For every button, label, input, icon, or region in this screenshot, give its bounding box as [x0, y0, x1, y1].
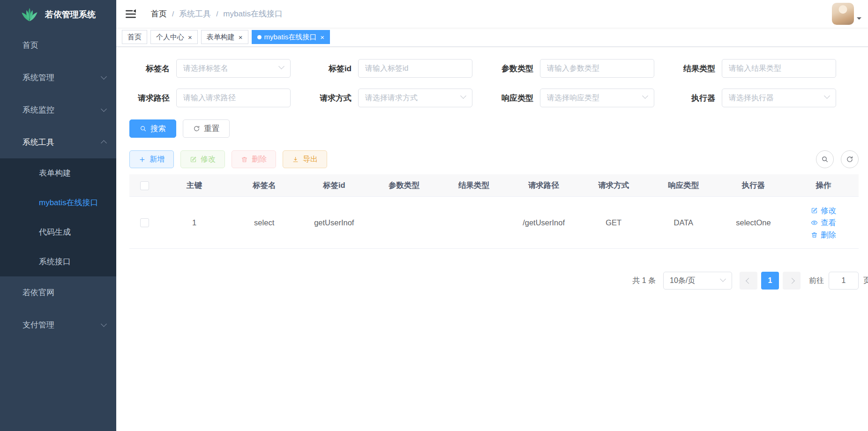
tab[interactable]: mybatis在线接口 ×: [252, 30, 330, 44]
table-header-cell: 标签名: [229, 174, 299, 197]
sidebar-logo[interactable]: 若依管理系统: [0, 0, 116, 29]
field-input[interactable]: [176, 59, 291, 78]
field-label: 请求方式: [311, 93, 352, 104]
breadcrumb-item[interactable]: mybatis在线接口: [223, 8, 283, 19]
search-form-field: 请求路径: [129, 89, 291, 107]
field-input[interactable]: [358, 89, 472, 107]
search-form-row-2: 请求路径 请求方式: [129, 89, 859, 107]
plus-icon: [139, 156, 146, 163]
chevron-icon: [101, 140, 107, 146]
magnifier-icon: [821, 156, 829, 163]
action-delete-link[interactable]: 删除: [788, 229, 859, 241]
row-checkbox-cell: [129, 197, 159, 249]
action-edit-link[interactable]: 修改: [788, 204, 859, 216]
reset-button[interactable]: 重置: [183, 119, 230, 138]
search-button[interactable]: 搜索: [129, 119, 176, 138]
tab[interactable]: 个人中心 ×: [150, 30, 198, 44]
tab-close-icon[interactable]: ×: [320, 34, 324, 41]
tab[interactable]: 首页: [122, 30, 147, 44]
field-label: 标签id: [311, 63, 352, 74]
avatar[interactable]: [832, 3, 854, 25]
search-form-row-1: 标签名 标签id: [129, 59, 859, 78]
goto-page-input[interactable]: [829, 272, 859, 290]
tab[interactable]: 表单构建 ×: [201, 30, 248, 44]
sidebar-subitem[interactable]: mybatis在线接口: [0, 188, 116, 217]
select-all-checkbox[interactable]: [140, 181, 149, 190]
next-page-button[interactable]: [783, 272, 801, 290]
edit-icon: [190, 156, 197, 163]
trash-icon: [241, 156, 248, 163]
field-input[interactable]: [358, 59, 472, 78]
table-toolbar: 新增 修改 删除: [129, 150, 859, 168]
app-root: 若依管理系统 首页 系统管理 系统监控: [0, 0, 868, 431]
sidebar-menu: 首页 系统管理 系统监控 系统工具: [0, 29, 116, 158]
page-content: 标签名 标签id: [116, 47, 868, 431]
table-header-cell: 结果类型: [439, 174, 509, 197]
hide-search-button[interactable]: [816, 150, 834, 168]
toolbar-button[interactable]: 修改: [180, 150, 225, 168]
tab-close-icon[interactable]: ×: [239, 34, 243, 41]
tab-active-dot: [257, 35, 262, 39]
prev-page-button[interactable]: [740, 272, 757, 290]
eye-icon: [811, 219, 818, 226]
user-menu[interactable]: [832, 3, 861, 25]
field-input[interactable]: [176, 89, 291, 107]
sidebar-item[interactable]: 系统管理: [0, 61, 116, 94]
table-cell: select: [229, 197, 299, 249]
sidebar-submenu: 表单构建 mybatis在线接口 代码生成 系统接口: [0, 158, 116, 276]
field-label: 标签名: [129, 63, 170, 74]
sidebar-item[interactable]: 首页: [0, 29, 116, 61]
sidebar-menu-bottom: 若依官网 ¥ 支付管理: [0, 276, 116, 341]
toolbar-button[interactable]: 新增: [129, 150, 174, 168]
tab-close-icon[interactable]: ×: [188, 34, 192, 41]
current-page-button[interactable]: 1: [761, 272, 779, 290]
field-input[interactable]: [722, 89, 836, 107]
sidebar-subitem[interactable]: 表单构建: [0, 158, 116, 188]
toolbar-button[interactable]: 删除: [232, 150, 276, 168]
table-cell: selectOne: [718, 197, 788, 249]
sidebar-item[interactable]: ¥ 支付管理: [0, 309, 116, 341]
row-checkbox[interactable]: [140, 218, 149, 227]
pagination: 共 1 条 10条/页 1 前往 页: [129, 272, 868, 290]
table-cell: /getUserInof: [509, 197, 579, 249]
top-navbar: 首页 / 系统工具 / mybatis在线接口 ?: [116, 0, 868, 28]
pager: 1: [740, 272, 801, 290]
field-input[interactable]: [722, 59, 836, 78]
sidebar-subitem[interactable]: 代码生成: [0, 217, 116, 247]
sidebar-item[interactable]: 系统工具: [0, 126, 116, 158]
breadcrumb-item[interactable]: 首页: [151, 8, 167, 19]
table-tool-icons: [816, 150, 859, 168]
field-label: 参数类型: [493, 63, 533, 74]
search-form-field: 标签名: [129, 59, 291, 78]
magnifier-icon: [140, 125, 147, 132]
action-view-link[interactable]: 查看: [788, 216, 859, 229]
table-cell: 1: [159, 197, 229, 249]
table-header-cell: 参数类型: [369, 174, 439, 197]
toolbar-button[interactable]: 导出: [283, 150, 327, 168]
page-unit-label: 页: [863, 276, 868, 286]
field-input[interactable]: [540, 89, 654, 107]
refresh-table-button[interactable]: [841, 150, 859, 168]
tags-bar: 首页 个人中心 × 表单构建 × mybatis在线接口: [116, 28, 868, 47]
trash-icon: [811, 231, 818, 238]
sidebar-item[interactable]: 若依官网: [0, 276, 116, 309]
page-size-select[interactable]: 10条/页: [663, 272, 732, 290]
table-cell: GET: [579, 197, 649, 249]
table-header-cell: 请求路径: [509, 174, 579, 197]
sidebar-item[interactable]: 系统监控: [0, 94, 116, 126]
breadcrumb-item[interactable]: 系统工具: [179, 8, 211, 19]
hamburger-fold-icon[interactable]: [125, 8, 137, 20]
table-header-cell: 请求方式: [579, 174, 649, 197]
refresh-icon: [193, 125, 200, 132]
table-header-cell: 响应类型: [649, 174, 718, 197]
table-header-cell: 执行器: [718, 174, 788, 197]
main-area: 首页 / 系统工具 / mybatis在线接口 ?: [116, 0, 868, 431]
navbar-icons: ? TT: [769, 3, 868, 25]
search-form-field: 响应类型: [493, 89, 654, 107]
download-icon: [292, 156, 299, 163]
sidebar-subitem[interactable]: 系统接口: [0, 247, 116, 276]
field-input[interactable]: [540, 59, 654, 78]
chevron-icon: [101, 74, 107, 80]
search-form-field: 请求方式: [311, 89, 472, 107]
table-cell: getUserInof: [299, 197, 369, 249]
